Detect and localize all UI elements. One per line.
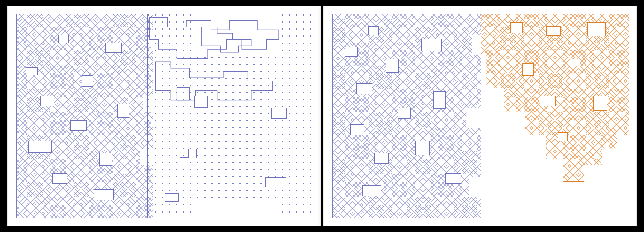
figure [0,0,644,232]
void-b5 [265,177,286,187]
void-ra11 [433,91,446,109]
void-b1 [194,96,208,108]
void-rb3 [587,22,606,36]
void-ra1 [345,47,358,57]
void-ra4 [386,59,399,73]
void-ra10 [421,39,442,51]
void-rb2 [546,26,561,36]
void-b4 [271,108,287,119]
void-ra8 [415,141,430,155]
void-rb5 [570,59,580,66]
axes-left [16,14,313,218]
void-ra2 [368,26,379,35]
void-ra6 [398,108,411,119]
void-ra9 [362,185,381,196]
void-rb8 [558,132,568,141]
void-ra12 [445,173,461,184]
void-rb1 [510,22,523,33]
void-ra3 [356,83,372,94]
subplot-left [7,6,321,226]
void-rb4 [522,63,534,76]
void-rb6 [540,96,556,106]
void-b3 [165,193,179,202]
axes-right [332,14,629,218]
void-ra7 [374,153,389,164]
void-b2 [180,157,189,166]
void-ra5 [350,124,364,135]
outline-blip [188,149,197,158]
subplot-right [323,6,637,226]
void-rb7 [593,96,607,111]
